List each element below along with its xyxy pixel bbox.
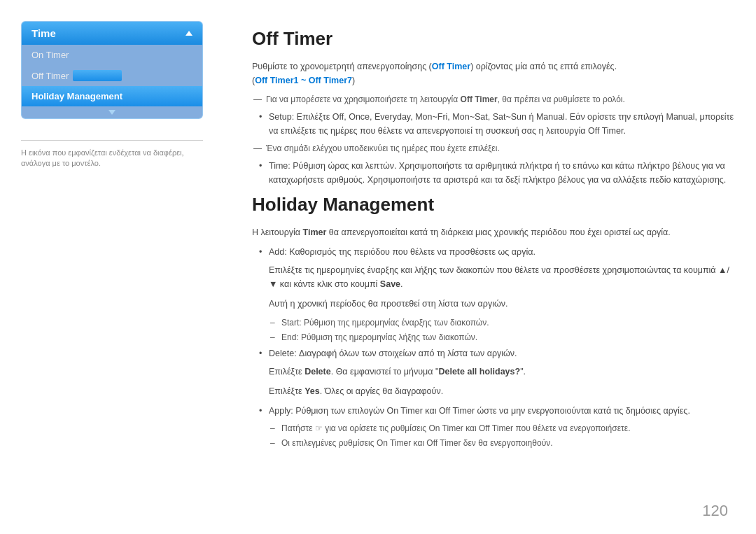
menu-footer (22, 106, 202, 118)
apply-item: Apply: Ρύθμιση των επιλογών On Timer και… (259, 404, 735, 418)
left-panel: Time On Timer Off Timer Holiday Manageme… (21, 21, 238, 513)
start-item: Start: Ρύθμιση της ημερομηνίας έναρξης τ… (270, 316, 735, 329)
apply-off2: Off Timer (479, 423, 513, 433)
apply-off: Off Timer (439, 406, 475, 416)
off-timer-blue: Off Timer (432, 62, 470, 71)
add-item: Add: Καθορισμός της περιόδου που θέλετε … (259, 245, 735, 259)
add-sub2: Αυτή η χρονική περίοδος θα προστεθεί στη… (259, 297, 735, 311)
add-label: Add (269, 247, 284, 257)
apply-label: Apply (269, 406, 290, 416)
yes-bold: Yes (304, 386, 320, 396)
end-label: End (281, 332, 296, 342)
off-timer-note1: Για να μπορέσετε να χρησιμοποιήσετε τη λ… (259, 93, 735, 106)
menu-item-on-timer[interactable]: On Timer (22, 45, 202, 65)
time-bullet: Time: Ρύθμιση ώρας και λεπτών. Χρησιμοπο… (259, 159, 735, 187)
setup-monfri: Mon~Fri (415, 112, 447, 122)
arrow-up-icon (186, 31, 192, 36)
time-label: Time (269, 161, 288, 171)
delete-label: Delete (269, 349, 294, 358)
delete-sub: Επιλέξτε Delete. Θα εμφανιστεί το μήνυμα… (259, 365, 735, 379)
off-timer-red: Off Timer (588, 126, 623, 136)
setup-label: Setup (269, 112, 292, 122)
setup-bullet: Setup: Επιλέξτε Off, Once, Everyday, Mon… (259, 110, 735, 138)
menu-box: Time On Timer Off Timer Holiday Manageme… (21, 21, 203, 119)
menu-item-off-timer[interactable]: Off Timer (22, 65, 202, 86)
menu-header: Time (22, 22, 202, 45)
setup-monsat: Mon~Sat (452, 112, 487, 122)
apply-on2: On Timer (428, 423, 463, 433)
apply-on3: On Timer (377, 438, 411, 448)
add-sub: Επιλέξτε τις ημερομηνίες έναρξης και λήξ… (259, 263, 735, 291)
start-label: Start (281, 318, 299, 328)
delete-all-bold: Delete all holidays? (438, 367, 520, 377)
off-timer-bar (73, 70, 122, 81)
menu-item-holiday[interactable]: Holiday Management (22, 86, 202, 106)
holiday-section: Holiday Management Η λειτουργία Timer θα… (252, 194, 735, 449)
delete-item: Delete: Διαγραφή όλων των στοιχείων από … (259, 346, 735, 360)
apply-off3: Off Timer (426, 438, 461, 448)
arrow-down-icon (108, 110, 115, 115)
setup-once: Once (349, 112, 370, 122)
apply-sub1: Πατήστε ☞ για να ορίσετε τις ρυθμίσεις O… (270, 422, 735, 435)
holiday-title: Holiday Management (252, 194, 735, 216)
setup-item: Setup: Επιλέξτε Off, Once, Everyday, Mon… (259, 110, 735, 138)
setup-manual-red: Manual (666, 112, 695, 122)
apply-on: On Timer (386, 406, 422, 416)
off-timer-note2: Ένα σημάδι ελέγχου υποδεικνύει τις ημέρε… (259, 142, 735, 155)
save-bold: Save (380, 279, 400, 289)
menu-note: Η εικόνα που εμφανίζεται ενδέχεται να δι… (21, 140, 203, 169)
setup-manual: Manual (536, 112, 565, 122)
setup-everyday: Everyday (374, 112, 410, 122)
right-panel: Off Timer Ρυθμίστε το χρονομετρητή απενε… (238, 21, 735, 513)
delete-bold: Delete (304, 367, 331, 377)
off-timer-title: Off Timer (252, 28, 735, 50)
time-item: Time: Ρύθμιση ώρας και λεπτών. Χρησιμοπο… (259, 159, 735, 187)
end-item: End: Ρύθμιση της ημερομηνίας λήξης των δ… (270, 331, 735, 344)
apply-sub2: Οι επιλεγμένες ρυθμίσεις On Timer και Of… (270, 437, 735, 449)
setup-satsun: Sat~Sun (493, 112, 526, 122)
off-timer-intro: Ρυθμίστε το χρονομετρητή απενεργοποίησης… (252, 59, 735, 87)
holiday-intro: Η λειτουργία Timer θα απενεργοποιείται κ… (252, 225, 735, 239)
menu-title: Time (31, 27, 56, 39)
page-number: 120 (702, 502, 728, 520)
off-timer-bold: Off Timer (461, 94, 498, 104)
setup-vals: Off (332, 112, 344, 122)
add-bullet: Add: Καθορισμός της περιόδου που θέλετε … (259, 245, 735, 449)
off-timer-section: Off Timer Ρυθμίστε το χρονομετρητή απενε… (252, 28, 735, 187)
off-timer-range: Off Timer1 ~ Off Timer7 (255, 76, 352, 85)
timer-bold: Timer (303, 227, 327, 237)
delete-sub2: Επιλέξτε Yes. Όλες οι αργίες θα διαγραφο… (259, 384, 735, 398)
